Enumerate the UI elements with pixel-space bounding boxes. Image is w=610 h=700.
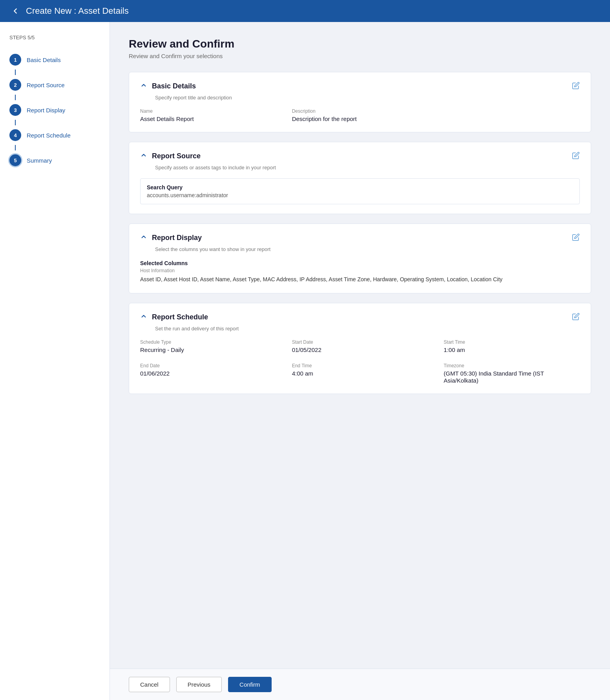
search-query-label: Search Query [147,184,573,191]
search-query-box: Search Query accounts.username:administr… [140,178,580,204]
report-schedule-header: Report Schedule [140,313,580,323]
report-display-header-left: Report Display [140,233,202,242]
basic-details-header: Basic Details [140,82,580,92]
report-source-chevron-icon [140,152,147,160]
footer-bar: Cancel Previous Confirm [110,669,610,700]
selected-columns-container: Selected Columns Host Information Asset … [140,260,580,284]
report-display-header: Report Display [140,233,580,243]
name-value: Asset Details Report [140,115,194,122]
sidebar-item-basic-details[interactable]: 1 Basic Details [9,50,100,70]
schedule-type-field: Schedule Type Recurring - Daily [140,339,276,354]
step-connector-1 [15,70,16,75]
report-display-section: Report Display Select the columns you wa… [129,224,591,293]
timezone-label: Timezone [444,363,580,368]
report-display-description: Select the columns you want to show in y… [155,246,580,252]
previous-button[interactable]: Previous [176,677,222,692]
cancel-button[interactable]: Cancel [129,677,170,692]
page-subtitle: Review and Confirm your selections [129,53,591,59]
start-time-label: Start Time [444,339,580,345]
report-schedule-chevron-icon [140,313,147,321]
confirm-button[interactable]: Confirm [228,677,272,692]
header-title: Create New : Asset Details [26,6,129,16]
columns-value: Asset ID, Asset Host ID, Asset Name, Ass… [140,275,580,284]
basic-details-edit-button[interactable] [572,82,580,92]
report-schedule-description: Set the run and delivery of this report [155,326,580,332]
app-header: Create New : Asset Details [0,0,610,22]
end-date-value: 01/06/2022 [140,370,170,377]
timezone-field: Timezone (GMT 05:30) India Standard Time… [444,363,580,384]
report-display-chevron-icon [140,233,147,242]
step-circle-2: 2 [9,79,21,91]
start-time-value: 1:00 am [444,346,465,353]
sidebar-item-report-source[interactable]: 2 Report Source [9,75,100,95]
report-source-edit-button[interactable] [572,152,580,161]
step-connector-3 [15,120,16,125]
sidebar-item-report-schedule[interactable]: 4 Report Schedule [9,125,100,145]
sidebar-item-label-1: Basic Details [27,57,61,63]
page-title: Review and Confirm [129,38,591,50]
report-schedule-edit-button[interactable] [572,313,580,323]
step-circle-1: 1 [9,54,21,66]
report-source-header: Report Source [140,152,580,161]
back-button[interactable] [11,7,20,15]
selected-columns-label: Selected Columns [140,260,580,266]
main-layout: STEPS 5/5 1 Basic Details 2 Report Sourc… [0,22,610,700]
basic-details-header-left: Basic Details [140,82,196,90]
main-content: Review and Confirm Review and Confirm yo… [110,22,610,700]
step-connector-4 [15,145,16,150]
name-label: Name [140,108,276,114]
end-time-label: End Time [292,363,428,368]
report-display-edit-button[interactable] [572,233,580,243]
sidebar-item-label-4: Report Schedule [27,132,71,139]
sidebar-item-label-3: Report Display [27,107,65,114]
step-circle-3: 3 [9,104,21,116]
description-field: Description Description for the report [292,108,428,123]
report-schedule-grid-2: End Date 01/06/2022 End Time 4:00 am Tim… [140,363,580,384]
sidebar-item-label-2: Report Source [27,82,65,88]
start-date-label: Start Date [292,339,428,345]
sidebar-item-summary[interactable]: 5 Summary [9,150,100,170]
step-connector-2 [15,95,16,100]
start-date-field: Start Date 01/05/2022 [292,339,428,354]
end-date-label: End Date [140,363,276,368]
report-source-section: Report Source Specify assets or assets t… [129,142,591,214]
timezone-value: (GMT 05:30) India Standard Time (IST Asi… [444,370,544,384]
end-time-field: End Time 4:00 am [292,363,428,384]
step-circle-4: 4 [9,129,21,141]
report-schedule-grid-1: Schedule Type Recurring - Daily Start Da… [140,339,580,354]
basic-details-chevron-icon [140,82,147,90]
search-query-value: accounts.username:administrator [147,192,573,198]
basic-details-grid: Name Asset Details Report Description De… [140,108,580,123]
step-circle-5: 5 [9,154,21,166]
sidebar: STEPS 5/5 1 Basic Details 2 Report Sourc… [0,22,110,700]
report-schedule-title: Report Schedule [152,313,208,321]
report-schedule-section: Report Schedule Set the run and delivery… [129,303,591,394]
end-date-field: End Date 01/06/2022 [140,363,276,384]
basic-details-section: Basic Details Specify report title and d… [129,72,591,132]
start-date-value: 01/05/2022 [292,346,321,353]
sidebar-item-report-display[interactable]: 3 Report Display [9,100,100,120]
report-source-description: Specify assets or assets tags to include… [155,165,580,170]
sidebar-item-label-5: Summary [27,157,52,164]
schedule-type-label: Schedule Type [140,339,276,345]
report-schedule-header-left: Report Schedule [140,313,208,321]
report-source-header-left: Report Source [140,152,201,160]
report-source-title: Report Source [152,152,201,160]
basic-details-title: Basic Details [152,82,196,90]
basic-details-description: Specify report title and description [155,95,580,101]
columns-sublabel: Host Information [140,268,580,273]
description-value: Description for the report [292,115,357,122]
end-time-value: 4:00 am [292,370,313,377]
schedule-type-value: Recurring - Daily [140,346,184,353]
start-time-field: Start Time 1:00 am [444,339,580,354]
description-label: Description [292,108,428,114]
steps-label: STEPS 5/5 [9,35,100,40]
name-field: Name Asset Details Report [140,108,276,123]
report-display-title: Report Display [152,234,202,242]
